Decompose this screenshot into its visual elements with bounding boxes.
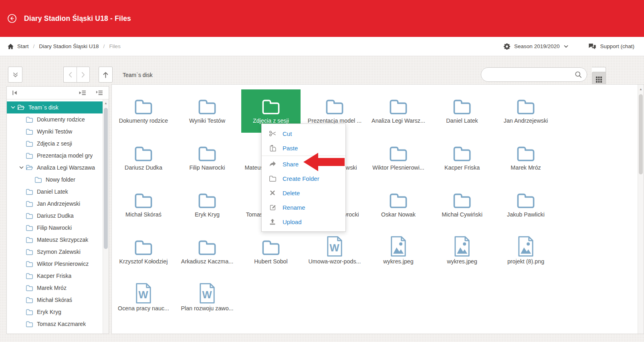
image-tile[interactable]: wykres.jpeg bbox=[369, 230, 428, 273]
folder-tile[interactable]: Wyniki Testów bbox=[178, 89, 237, 133]
menu-item-upload[interactable]: Upload bbox=[262, 215, 345, 229]
folder-icon bbox=[26, 273, 33, 279]
folder-icon bbox=[452, 189, 472, 210]
scrollbar-thumb[interactable] bbox=[639, 94, 643, 174]
folder-tile[interactable]: Dokumenty rodzice bbox=[114, 89, 173, 133]
folder-tile[interactable]: Hubert Sobol bbox=[241, 230, 301, 273]
doc-tile[interactable]: WUmowa-wzor-pods... bbox=[305, 230, 364, 273]
search-icon[interactable] bbox=[575, 71, 582, 78]
back-circle-icon[interactable] bbox=[7, 14, 17, 23]
folder-icon bbox=[452, 95, 472, 116]
tree-item[interactable]: Jan Andrzejewski bbox=[7, 198, 103, 210]
chevron-down-icon bbox=[564, 45, 568, 48]
scroll-up-arrow-icon[interactable]: ▲ bbox=[103, 101, 109, 105]
collapse-tree-icon[interactable] bbox=[79, 90, 86, 96]
folder-tile[interactable]: Marek Mróz bbox=[496, 136, 555, 180]
breadcrumb-item: Files bbox=[109, 43, 121, 49]
image-tile[interactable]: wykres.jpeg bbox=[432, 230, 492, 273]
folder-tile[interactable]: Michał Skóraś bbox=[114, 183, 173, 227]
tree-item[interactable]: Tomasz Kaczmarek bbox=[7, 318, 103, 330]
tile-label: Marek Mróz bbox=[511, 164, 541, 171]
folder-icon bbox=[198, 189, 217, 210]
folder-tile[interactable]: Analiza Legi Warsz... bbox=[369, 89, 428, 133]
paste-icon bbox=[269, 144, 277, 152]
tile-label: Dokumenty rodzice bbox=[119, 117, 168, 124]
tree-item[interactable]: Daniel Latek bbox=[7, 186, 103, 198]
word-doc-icon: W bbox=[135, 283, 151, 304]
folder-tile[interactable]: Arkadiusz Kaczma... bbox=[178, 230, 237, 273]
tree-item-label: Zdjęcia z sesji bbox=[37, 140, 72, 147]
folder-tile[interactable]: Jakub Pawlicki bbox=[496, 183, 555, 227]
tree-item[interactable]: Wiktor Plesnierowicz bbox=[7, 258, 103, 270]
page-title: Diary Stadion Śląski U18 - Files bbox=[24, 14, 131, 23]
menu-item-rename[interactable]: Rename bbox=[262, 200, 345, 215]
season-selector[interactable]: Season 2019/2020 bbox=[503, 43, 568, 50]
menu-item-delete[interactable]: Delete bbox=[262, 186, 345, 200]
folder-tile[interactable]: Kacper Friska bbox=[432, 136, 492, 180]
tree-item[interactable]: Marek Mróz bbox=[7, 282, 103, 294]
sidebar-body: Team`s diskDokumenty rodziceWyniki Testó… bbox=[7, 99, 109, 334]
sidebar-scrollbar[interactable]: ▲ bbox=[103, 99, 109, 334]
breadcrumb-item[interactable]: Start bbox=[17, 43, 29, 49]
menu-item-create-folder[interactable]: Create Folder bbox=[262, 171, 345, 186]
tree-item[interactable]: Dariusz Dudka bbox=[7, 210, 103, 222]
forward-button[interactable] bbox=[77, 67, 90, 83]
folder-tile[interactable]: Eryk Kryg bbox=[178, 183, 237, 227]
home-icon[interactable] bbox=[7, 43, 14, 50]
folder-icon bbox=[134, 189, 153, 210]
tile-label: Umowa-wzor-pods... bbox=[308, 258, 361, 265]
menu-item-paste[interactable]: Paste bbox=[262, 141, 345, 155]
folder-tile[interactable]: Dariusz Dudka bbox=[114, 136, 173, 180]
context-menu: CutPasteShareCreate FolderDeleteRenameUp… bbox=[261, 123, 346, 232]
expand-tree-icon[interactable] bbox=[96, 90, 103, 96]
back-button[interactable] bbox=[63, 67, 77, 83]
tree-item[interactable]: Zdjęcia z sesji bbox=[7, 138, 103, 150]
app-window: Diary Stadion Śląski U18 - Files Start/D… bbox=[0, 0, 644, 342]
collapse-sidebar-icon[interactable] bbox=[11, 90, 18, 96]
tree-item[interactable]: Filip Nawrocki bbox=[7, 222, 103, 234]
menu-item-cut[interactable]: Cut bbox=[262, 126, 345, 141]
folder-tile[interactable]: Oskar Nowak bbox=[369, 183, 428, 227]
folder-tile[interactable]: Krzysztof Kołodziej bbox=[114, 230, 173, 273]
scrollbar-thumb[interactable] bbox=[104, 108, 108, 249]
tree-item[interactable]: Prezentacja model gry bbox=[7, 150, 103, 162]
menu-item-label: Paste bbox=[283, 145, 298, 152]
tree-item[interactable]: Analiza Legi Warszawa bbox=[7, 162, 103, 174]
tree-item[interactable]: Nowy folder bbox=[7, 174, 103, 186]
tree-item[interactable]: Wyniki Testów bbox=[7, 125, 103, 138]
folder-tile[interactable]: Jan Andrzejewski bbox=[496, 89, 555, 133]
menu-item-share[interactable]: Share bbox=[262, 157, 345, 171]
tree-item-label: Wyniki Testów bbox=[37, 128, 72, 135]
folder-icon bbox=[269, 175, 277, 182]
breadcrumb-separator: / bbox=[33, 43, 35, 49]
folder-icon bbox=[261, 95, 281, 116]
collapse-toolbar-button[interactable] bbox=[8, 67, 22, 83]
folder-tile[interactable]: Daniel Latek bbox=[432, 89, 492, 133]
folder-tile[interactable]: Filip Nawrocki bbox=[178, 136, 237, 180]
tree-item-label: Jan Andrzejewski bbox=[37, 200, 80, 207]
tree-item[interactable]: Eryk Kryg bbox=[7, 306, 103, 318]
tree-item-label: Marek Mróz bbox=[37, 285, 67, 291]
support-chat-link[interactable]: Support (chat) bbox=[588, 43, 634, 50]
up-directory-button[interactable] bbox=[99, 67, 113, 83]
tree-item[interactable]: Dokumenty rodzice bbox=[7, 113, 103, 125]
tree-item[interactable]: Kacper Friska bbox=[7, 270, 103, 282]
folder-tile[interactable]: Wiktor Plesnierowi... bbox=[369, 136, 428, 180]
search-input[interactable] bbox=[488, 71, 575, 78]
folder-tile[interactable]: Michał Cywiński bbox=[432, 183, 492, 227]
main-scrollbar[interactable]: ▲ bbox=[638, 85, 644, 334]
folder-icon bbox=[134, 236, 153, 257]
scroll-up-arrow-icon[interactable]: ▲ bbox=[638, 87, 644, 91]
tile-label: Dariusz Dudka bbox=[125, 164, 162, 171]
tree-item-label: Mateusz Skrzypczak bbox=[37, 237, 88, 243]
chevron-down-icon bbox=[10, 106, 16, 109]
image-tile[interactable]: projekt (8).png bbox=[496, 230, 555, 273]
folder-icon bbox=[198, 142, 217, 163]
breadcrumb-item[interactable]: Diary Stadion Śląski U18 bbox=[39, 43, 99, 49]
tree-item[interactable]: Team`s disk bbox=[7, 101, 103, 113]
doc-tile[interactable]: WPlan rozwoju zawo... bbox=[178, 277, 237, 320]
doc-tile[interactable]: WOcena pracy nauc... bbox=[114, 277, 173, 320]
tree-item[interactable]: Szymon Zalewski bbox=[7, 246, 103, 258]
tree-item[interactable]: Mateusz Skrzypczak bbox=[7, 234, 103, 246]
tree-item[interactable]: Michał Skóraś bbox=[7, 294, 103, 306]
